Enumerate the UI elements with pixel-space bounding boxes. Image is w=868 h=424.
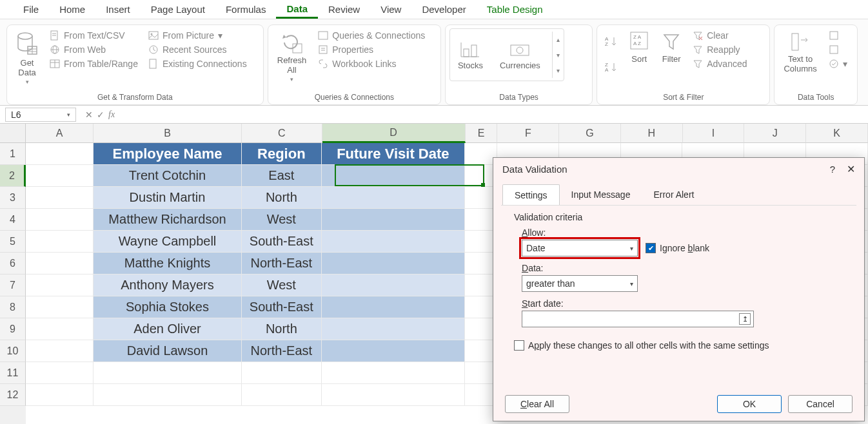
- menu-tab-page-layout[interactable]: Page Layout: [141, 1, 215, 17]
- menu-tab-review[interactable]: Review: [318, 1, 370, 17]
- cancel-button[interactable]: Cancel: [788, 395, 853, 413]
- row-header-10[interactable]: 10: [0, 340, 26, 362]
- dialog-titlebar[interactable]: Data Validation ? ✕: [493, 158, 864, 180]
- cell-C10[interactable]: North-East: [242, 340, 322, 362]
- cell-D2[interactable]: [322, 165, 465, 187]
- menu-tab-home[interactable]: Home: [49, 1, 95, 17]
- from-text-csv-button[interactable]: From Text/CSV: [46, 28, 142, 43]
- fx-icon[interactable]: fx: [108, 110, 115, 120]
- from-picture-button[interactable]: From Picture ▾: [144, 28, 251, 43]
- column-header-E[interactable]: E: [466, 124, 498, 143]
- from-table-range-button[interactable]: From Table/Range: [46, 57, 142, 71]
- clear-filter-button[interactable]: Clear: [689, 28, 751, 43]
- cell-B7[interactable]: Anthony Mayers: [94, 275, 241, 296]
- column-header-G[interactable]: G: [559, 124, 621, 143]
- allow-dropdown[interactable]: Date▾: [522, 240, 638, 256]
- cell-B11[interactable]: [94, 362, 241, 384]
- cell-D7[interactable]: [322, 275, 465, 296]
- range-picker-icon[interactable]: ↥: [739, 313, 751, 325]
- cell-A12[interactable]: [26, 384, 94, 406]
- cell-D4[interactable]: [322, 209, 465, 231]
- cell-A9[interactable]: [26, 318, 94, 340]
- cell-C4[interactable]: West: [242, 209, 322, 231]
- column-header-A[interactable]: A: [26, 124, 94, 143]
- cell-A8[interactable]: [26, 296, 94, 318]
- column-header-I[interactable]: I: [683, 124, 745, 143]
- menu-tab-developer[interactable]: Developer: [411, 1, 476, 17]
- cell-D6[interactable]: [322, 253, 465, 275]
- dialog-tab-input-message[interactable]: Input Message: [560, 184, 642, 206]
- cell-C11[interactable]: [242, 362, 322, 384]
- row-header-5[interactable]: 5: [0, 231, 26, 253]
- cell-B4[interactable]: Matthew Richardson: [94, 209, 241, 231]
- sort-asc-button[interactable]: AZ: [601, 34, 622, 49]
- row-header-9[interactable]: 9: [0, 318, 26, 340]
- chevron-down-icon[interactable]: ▾: [67, 111, 70, 118]
- from-web-button[interactable]: From Web: [46, 43, 142, 57]
- cell-B12[interactable]: [94, 384, 241, 406]
- cell-C9[interactable]: North: [242, 318, 322, 340]
- properties-button[interactable]: Properties: [314, 43, 429, 57]
- existing-connections-button[interactable]: Existing Connections: [144, 57, 251, 71]
- cell-C8[interactable]: South-East: [242, 296, 322, 318]
- menu-tab-file[interactable]: File: [13, 1, 49, 17]
- cell-C6[interactable]: North-East: [242, 253, 322, 275]
- sort-button[interactable]: Z AA Z Sort: [624, 28, 654, 66]
- cell-B5[interactable]: Wayne Campbell: [94, 231, 241, 253]
- row-header-6[interactable]: 6: [0, 253, 26, 275]
- column-header-D[interactable]: D: [322, 124, 466, 143]
- column-header-H[interactable]: H: [621, 124, 683, 143]
- data-types-gallery[interactable]: Stocks Currencies ▴▾▾: [449, 28, 564, 81]
- row-header-2[interactable]: 2: [0, 165, 26, 187]
- accept-formula-icon[interactable]: ✓: [97, 110, 104, 120]
- menu-tab-table-design[interactable]: Table Design: [477, 1, 553, 17]
- ok-button[interactable]: OK: [717, 395, 782, 413]
- cell-A2[interactable]: [26, 165, 94, 187]
- row-header-1[interactable]: 1: [0, 143, 26, 165]
- column-header-K[interactable]: K: [806, 124, 868, 143]
- cell-D5[interactable]: [322, 231, 465, 253]
- cell-A4[interactable]: [26, 209, 94, 231]
- column-header-C[interactable]: C: [242, 124, 322, 143]
- dialog-tab-settings[interactable]: Settings: [502, 184, 560, 206]
- cell-C5[interactable]: South-East: [242, 231, 322, 253]
- select-all-corner[interactable]: [0, 124, 26, 143]
- cell-B8[interactable]: Sophia Stokes: [94, 296, 241, 318]
- cell-A5[interactable]: [26, 231, 94, 253]
- row-header-3[interactable]: 3: [0, 187, 26, 209]
- cell-C12[interactable]: [242, 384, 322, 406]
- cell-B3[interactable]: Dustin Martin: [94, 187, 241, 209]
- row-header-7[interactable]: 7: [0, 275, 26, 296]
- cell-C1[interactable]: Region: [242, 143, 322, 165]
- column-header-F[interactable]: F: [497, 124, 559, 143]
- row-header-12[interactable]: 12: [0, 384, 26, 406]
- cell-D1[interactable]: Future Visit Date: [322, 143, 465, 165]
- column-header-J[interactable]: J: [744, 124, 806, 143]
- ignore-blank-checkbox[interactable]: ✔Ignore blank: [646, 243, 709, 253]
- help-button[interactable]: ?: [830, 164, 835, 175]
- queries-connections-button[interactable]: Queries & Connections: [314, 28, 429, 43]
- sort-desc-button[interactable]: ZA: [601, 59, 622, 75]
- menu-tab-view[interactable]: View: [370, 1, 411, 17]
- cell-A6[interactable]: [26, 253, 94, 275]
- formula-input[interactable]: [119, 108, 868, 121]
- cell-C2[interactable]: East: [242, 165, 322, 187]
- data-dropdown[interactable]: greater than▾: [522, 275, 638, 292]
- cell-C7[interactable]: West: [242, 275, 322, 296]
- stocks-button[interactable]: Stocks: [453, 37, 488, 73]
- menu-tab-insert[interactable]: Insert: [95, 1, 141, 17]
- cell-B9[interactable]: Aden Oliver: [94, 318, 241, 340]
- menu-tab-formulas[interactable]: Formulas: [215, 1, 277, 17]
- data-validation-button[interactable]: ▾: [825, 57, 851, 71]
- start-date-input[interactable]: ↥: [522, 311, 754, 327]
- row-header-11[interactable]: 11: [0, 362, 26, 384]
- get-data-button[interactable]: Get Data▾: [11, 28, 43, 88]
- cell-B2[interactable]: Trent Cotchin: [94, 165, 241, 187]
- reapply-button[interactable]: Reapply: [689, 43, 751, 57]
- cell-A1[interactable]: [26, 143, 94, 165]
- cancel-formula-icon[interactable]: ✕: [85, 110, 93, 120]
- column-header-B[interactable]: B: [94, 124, 242, 143]
- cell-D9[interactable]: [322, 318, 465, 340]
- workbook-links-button[interactable]: Workbook Links: [314, 57, 429, 71]
- recent-sources-button[interactable]: Recent Sources: [144, 43, 251, 57]
